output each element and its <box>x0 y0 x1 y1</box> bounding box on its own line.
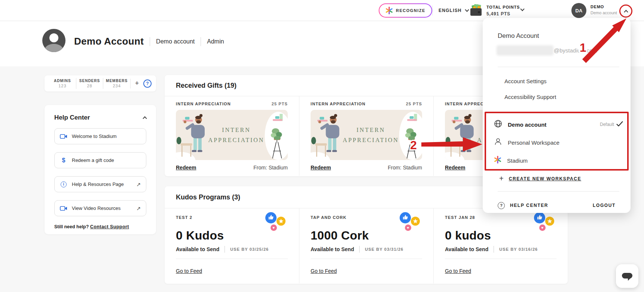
go-to-feed-link[interactable]: Go to Feed <box>176 268 202 274</box>
profile-role: Admin <box>207 38 224 45</box>
profile-workspace: Demo account <box>156 38 195 45</box>
thumbs-up-icon <box>265 212 277 223</box>
logout-button[interactable]: LOGOUT <box>593 203 616 208</box>
account-menu-toggle[interactable] <box>619 4 632 18</box>
stadium-asterisk-icon <box>494 156 501 165</box>
help-item-videos[interactable]: View Video Resources ↗ <box>54 200 146 216</box>
points-chevron-icon[interactable] <box>520 7 524 11</box>
gift-illustration: INTERN APPRECIATION <box>176 110 288 160</box>
wallet-icon <box>469 4 484 18</box>
menu-item-accessibility-support[interactable]: Accessibility Support <box>504 94 556 100</box>
question-mark-icon: ? <box>498 202 505 209</box>
video-camera-icon <box>60 206 67 211</box>
account-dropdown-menu: Demo Account @bystadium.com Account Sett… <box>483 18 631 213</box>
reaction-icons: ♥ <box>534 212 558 233</box>
language-label: ENGLISH <box>439 8 462 13</box>
stat-senders[interactable]: SENDERS 28 <box>76 78 104 89</box>
redeem-link[interactable]: Redeem <box>445 165 465 171</box>
heart-icon: ♥ <box>405 225 411 231</box>
add-member-button[interactable]: + <box>131 79 143 87</box>
workspace-item-personal[interactable]: Personal Workspace <box>494 137 623 148</box>
help-center-card: Help Center Welcome to Stadium $ Redeem … <box>45 105 156 234</box>
star-icon <box>545 217 554 226</box>
kudos-programs-title: Kudos Programs (3) <box>176 193 240 201</box>
dropdown-help-center-button[interactable]: ? HELP CENTER <box>498 202 548 209</box>
app-root: RECOGNIZE ENGLISH TOTAL POINTS 5,491 PTS… <box>0 0 644 292</box>
stats-help-icon[interactable]: ? <box>143 79 152 88</box>
still-need-help-text: Still need help? <box>54 224 89 229</box>
video-camera-icon <box>60 134 67 139</box>
chevron-up-icon <box>624 10 628 14</box>
page-title: Demo Account <box>74 36 144 47</box>
star-icon <box>411 217 420 226</box>
create-workspace-button[interactable]: + CREATE NEW WORKSPACE <box>499 174 581 183</box>
recognize-button[interactable]: RECOGNIZE <box>379 3 432 18</box>
workspace-item-stadium[interactable]: Stadium <box>494 155 623 166</box>
go-to-feed-link[interactable]: Go to Feed <box>311 268 337 274</box>
gift-points: 25 PTS <box>272 102 288 106</box>
header-account-name: DEMO <box>590 4 620 10</box>
gift-sender: From: Stadium <box>388 165 422 171</box>
stadium-asterisk-icon <box>385 7 393 14</box>
help-center-title: Help Center <box>54 114 90 121</box>
collapse-chevron-icon[interactable] <box>143 116 147 120</box>
points-summary[interactable]: TOTAL POINTS 5,491 PTS <box>486 4 520 17</box>
stat-admins[interactable]: ADMINS 123 <box>49 78 76 89</box>
contact-support-link[interactable]: Contact Support <box>90 224 129 229</box>
email-domain: @bystadium.com <box>554 47 597 54</box>
external-link-icon: ↗ <box>136 181 141 187</box>
use-by-date: USE BY 03/31/26 <box>365 247 403 252</box>
reaction-icons: ♥ <box>265 212 289 233</box>
heart-icon: ♥ <box>271 225 277 231</box>
header-avatar[interactable]: DA <box>571 3 586 18</box>
help-item-welcome[interactable]: Welcome to Stadium <box>54 128 146 144</box>
chevron-down-icon <box>465 7 469 12</box>
header-account-block[interactable]: DEMO Demo account <box>590 4 620 16</box>
check-icon <box>616 121 623 128</box>
gift-illustration: INTERN APPRECIATION <box>311 110 422 160</box>
total-points-label: TOTAL POINTS <box>486 4 520 10</box>
dropdown-account-title: Demo Account <box>498 32 539 40</box>
use-by-date: USE BY 03/16/26 <box>499 247 538 252</box>
star-icon <box>277 217 286 226</box>
chat-widget-button[interactable] <box>616 264 638 288</box>
default-badge: Default <box>600 122 614 127</box>
help-item-resources[interactable]: i Help & Resources Page ↗ <box>54 176 146 192</box>
header-account-workspace: Demo account <box>590 10 620 16</box>
dollar-icon: $ <box>60 157 67 164</box>
speech-bubble-icon <box>621 271 634 282</box>
redeem-link[interactable]: Redeem <box>311 165 331 171</box>
account-email: @bystadium.com <box>498 46 597 54</box>
redeem-link[interactable]: Redeem <box>176 165 196 171</box>
gift-sender: From: Stadium <box>253 165 288 171</box>
stat-members[interactable]: MEMBERS 234 <box>103 78 130 89</box>
redacted-email-local-part <box>498 46 552 54</box>
plus-icon: + <box>499 174 504 183</box>
kudos-program: TEST 2 ♥ 0 Kudos Available to Send USE B… <box>165 208 299 283</box>
globe-icon <box>494 120 502 129</box>
heart-icon: ♥ <box>539 225 546 231</box>
gift-card: INTERN APPRECIATION 25 PTS INTERN APPREC… <box>299 96 433 176</box>
gift-points: 25 PTS <box>406 102 422 106</box>
profile-avatar <box>42 29 65 52</box>
external-link-icon: ↗ <box>136 205 141 211</box>
menu-item-account-settings[interactable]: Account Settings <box>504 78 547 84</box>
total-points-value: 5,491 PTS <box>486 10 520 17</box>
member-stats-card: ADMINS 123 SENDERS 28 MEMBERS 234 + ? <box>45 75 156 91</box>
thumbs-up-icon <box>534 212 545 223</box>
thumbs-up-icon <box>400 212 411 223</box>
header-divider <box>432 6 433 15</box>
person-icon <box>494 138 502 147</box>
kudos-program: TAP AND CORK ♥ 1000 Cork Available to Se… <box>299 208 433 283</box>
info-icon: i <box>60 181 67 187</box>
use-by-date: USE BY 03/25/26 <box>230 247 269 252</box>
reaction-icons: ♥ <box>400 212 424 233</box>
received-gifts-title: Received Gifts (19) <box>176 82 236 90</box>
help-item-redeem[interactable]: $ Redeem a gift code <box>54 152 146 168</box>
gift-card: INTERN APPRECIATION 25 PTS INTERN APPREC… <box>165 96 299 176</box>
language-selector[interactable]: ENGLISH <box>439 0 468 21</box>
workspace-item-demo-account[interactable]: Demo account Default <box>494 119 623 130</box>
recognize-button-label: RECOGNIZE <box>396 8 425 13</box>
go-to-feed-link[interactable]: Go to Feed <box>445 268 471 274</box>
kudos-program: TEST JAN 28 ♥ 0 kudos Available to Send … <box>433 208 568 283</box>
